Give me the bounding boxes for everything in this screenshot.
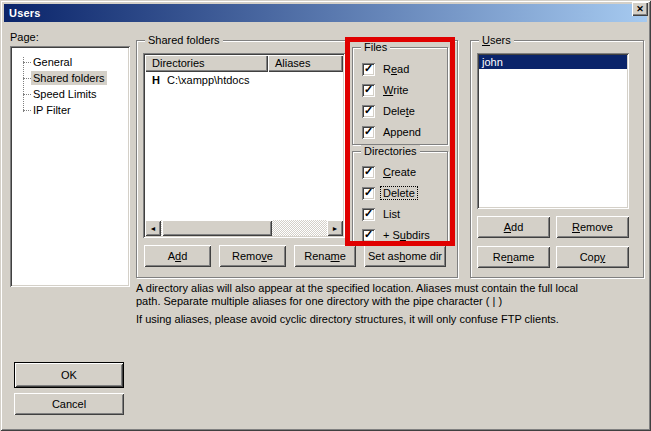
tree-line-stub	[23, 110, 31, 111]
dir-delete-checkbox-label: Delete	[381, 187, 417, 199]
users-copy-button[interactable]: Copy	[556, 246, 629, 268]
create-checkbox-label: Create	[381, 166, 418, 178]
users-list[interactable]: john	[477, 53, 629, 209]
ok-button[interactable]: OK	[15, 363, 123, 387]
tree-item-label: Speed Limits	[31, 87, 99, 101]
checkmark-icon: ✓	[364, 207, 373, 220]
horizontal-scrollbar[interactable]: ◄ ►	[145, 220, 343, 236]
scroll-left-icon: ◄	[150, 225, 157, 232]
file-delete-checkbox-label: Delete	[381, 105, 417, 117]
checkbox-row-read[interactable]: ✓ Read	[362, 62, 411, 76]
scroll-right-icon: ►	[332, 225, 339, 232]
column-header-aliases[interactable]: Aliases	[268, 55, 343, 72]
users-rename-button[interactable]: Rename	[477, 246, 550, 268]
tree-item-label: General	[31, 55, 74, 69]
tree-line-stub	[23, 62, 31, 63]
write-checkbox-label: Write	[381, 84, 410, 96]
close-button[interactable]: ✕	[632, 2, 648, 16]
users-add-button[interactable]: Add	[477, 216, 550, 238]
shared-remove-button[interactable]: Remove	[219, 245, 286, 267]
titlebar[interactable]: Users	[4, 4, 647, 22]
checkbox-row-write[interactable]: ✓ Write	[362, 83, 410, 97]
checkbox-row-file-delete[interactable]: ✓ Delete	[362, 104, 417, 118]
directory-row[interactable]: H C:\xampp\htdocs	[145, 72, 343, 87]
tree-item-label: Shared folders	[31, 71, 107, 85]
list-checkbox[interactable]: ✓	[362, 208, 375, 221]
tree-line-stub	[23, 78, 31, 79]
read-checkbox-label: Read	[381, 63, 411, 75]
window-title: Users	[9, 7, 41, 19]
files-permissions-group: Files ✓ Read ✓ Write ✓ Delete ✓ Append	[352, 47, 448, 145]
files-group-title: Files	[361, 41, 390, 53]
alias-note-text: A directory alias will also appear at th…	[136, 282, 581, 308]
file-delete-checkbox[interactable]: ✓	[362, 105, 375, 118]
checkbox-row-create[interactable]: ✓ Create	[362, 165, 418, 179]
tree-item-speed-limits[interactable]: Speed Limits	[23, 86, 99, 102]
shared-rename-button[interactable]: Rename	[294, 245, 356, 267]
append-checkbox[interactable]: ✓	[362, 126, 375, 139]
list-checkbox-label: List	[381, 208, 402, 220]
users-remove-button[interactable]: Remove	[556, 216, 629, 238]
page-tree-inner: General Shared folders Speed Limits IP F…	[12, 48, 128, 285]
cyclic-note-text: If using aliases, please avoid cyclic di…	[136, 313, 636, 326]
users-dialog: Users ✕ Page: General Shared folders Spe…	[0, 0, 651, 431]
list-header: Directories Aliases	[145, 55, 343, 72]
checkmark-icon: ✓	[364, 104, 373, 117]
directories-list[interactable]: Directories Aliases H C:\xampp\htdocs ◄ …	[143, 53, 345, 238]
checkmark-icon: ✓	[364, 125, 373, 138]
tree-item-ip-filter[interactable]: IP Filter	[23, 102, 73, 118]
tree-line-stub	[23, 94, 31, 95]
set-as-home-dir-button[interactable]: Set as home dir	[364, 245, 446, 267]
read-checkbox[interactable]: ✓	[362, 63, 375, 76]
shared-folders-group-title: Shared folders	[145, 34, 223, 46]
cancel-button[interactable]: Cancel	[14, 393, 124, 415]
scrollbar-thumb[interactable]	[162, 220, 272, 236]
tree-item-shared-folders[interactable]: Shared folders	[23, 70, 107, 86]
users-group: Users john Add Remove Rename Copy	[470, 40, 644, 278]
close-icon: ✕	[636, 5, 644, 14]
directory-path: C:\xampp\htdocs	[167, 74, 250, 86]
page-label: Page:	[10, 31, 39, 43]
user-list-item-john[interactable]: john	[479, 55, 627, 69]
directories-permissions-group: Directories ✓ Create ✓ Delete ✓ List ✓ +…	[352, 151, 448, 243]
checkbox-row-list[interactable]: ✓ List	[362, 207, 402, 221]
tree-item-general[interactable]: General	[23, 54, 74, 70]
checkbox-row-dir-delete[interactable]: ✓ Delete	[362, 186, 417, 200]
subdirs-checkbox-label: + Subdirs	[381, 229, 432, 241]
append-checkbox-label: Append	[381, 126, 423, 138]
checkmark-icon: ✓	[364, 165, 373, 178]
checkmark-icon: ✓	[364, 62, 373, 75]
ok-button-frame: OK	[14, 362, 124, 388]
users-group-title: Users	[479, 34, 514, 46]
checkmark-icon: ✓	[364, 228, 373, 241]
checkbox-row-append[interactable]: ✓ Append	[362, 125, 423, 139]
dir-delete-checkbox[interactable]: ✓	[362, 187, 375, 200]
write-checkbox[interactable]: ✓	[362, 84, 375, 97]
checkmark-icon: ✓	[364, 186, 373, 199]
create-checkbox[interactable]: ✓	[362, 166, 375, 179]
tree-item-label: IP Filter	[31, 103, 73, 117]
checkmark-icon: ✓	[364, 83, 373, 96]
shared-add-button[interactable]: Add	[144, 245, 211, 267]
directories-group-title: Directories	[361, 145, 420, 157]
checkbox-row-subdirs[interactable]: ✓ + Subdirs	[362, 228, 432, 242]
column-header-directories[interactable]: Directories	[145, 55, 268, 72]
scroll-left-button[interactable]: ◄	[145, 220, 161, 236]
home-flag: H	[152, 74, 160, 86]
subdirs-checkbox[interactable]: ✓	[362, 229, 375, 242]
page-tree[interactable]: General Shared folders Speed Limits IP F…	[10, 46, 130, 287]
scroll-right-button[interactable]: ►	[327, 220, 343, 236]
